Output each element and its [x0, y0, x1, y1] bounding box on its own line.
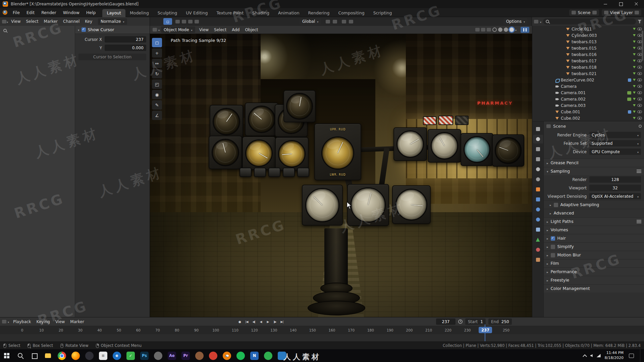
pin-icon[interactable] — [639, 125, 642, 128]
viewport-3d[interactable]: Object Mode ViewSelectAddObject PHARMACY — [150, 26, 532, 317]
viewport-tool-button[interactable]: + — [152, 48, 162, 58]
taskbar-app-button[interactable] — [151, 349, 165, 362]
timeline-menu-item[interactable]: View — [53, 318, 67, 325]
visibility-eye-icon[interactable] — [637, 72, 642, 75]
taskbar-app-button[interactable] — [0, 349, 14, 362]
playback-control-button[interactable]: ▶ — [265, 319, 271, 325]
preset-menu-icon[interactable] — [637, 220, 641, 223]
maximize-button[interactable] — [613, 0, 629, 8]
properties-tab[interactable] — [533, 145, 543, 154]
outliner-row[interactable]: twobars.013 — [532, 39, 644, 45]
viewport-menu-item[interactable]: Select — [211, 26, 229, 33]
properties-tab[interactable] — [533, 255, 543, 264]
visibility-eye-icon[interactable] — [637, 47, 642, 50]
workspace-tab[interactable]: Modeling — [125, 9, 153, 17]
visibility-eye-icon[interactable] — [637, 27, 642, 31]
visibility-eye-icon[interactable] — [637, 117, 642, 120]
editor-type-icon[interactable] — [2, 20, 6, 23]
tray-expand-icon[interactable] — [583, 354, 587, 359]
gizmo-toggle-icon[interactable] — [475, 28, 480, 32]
outliner-row[interactable]: Cylinder.003 — [532, 32, 644, 39]
playback-control-button[interactable]: ▶| — [279, 319, 285, 325]
viewport-menu-item[interactable]: View — [197, 26, 211, 33]
taskbar-app-button[interactable] — [83, 349, 96, 362]
properties-tab[interactable] — [533, 195, 543, 204]
workspace-tab[interactable]: Shading — [248, 9, 274, 17]
panel-advanced[interactable]: Advanced — [544, 209, 644, 217]
outliner-row[interactable]: twobars.015 — [532, 45, 644, 51]
workspace-tab[interactable]: Scripting — [369, 9, 396, 17]
channel-search[interactable] — [3, 29, 7, 32]
graph-menu-item[interactable]: Marker — [41, 18, 60, 25]
adaptive-sampling-checkbox[interactable] — [554, 203, 558, 207]
graph-menu-item[interactable]: Key — [82, 18, 95, 25]
workspace-tab[interactable]: UV Editing — [181, 9, 212, 17]
viewport-editor-icon[interactable] — [153, 28, 157, 32]
clock-icon[interactable] — [458, 319, 463, 324]
panel-expand-icon[interactable] — [78, 27, 79, 32]
visibility-eye-icon[interactable] — [637, 66, 642, 69]
panel-sampling[interactable]: Sampling — [544, 167, 644, 175]
properties-tab[interactable] — [533, 165, 543, 174]
workspace-tab[interactable]: Animation — [274, 9, 304, 17]
properties-tab[interactable] — [533, 185, 543, 194]
hair-checkbox[interactable] — [551, 236, 555, 241]
taskbar-app-button[interactable] — [41, 349, 55, 362]
cursor-to-selection-button[interactable]: Cursor to Selection — [78, 54, 146, 60]
view-layer-selector[interactable]: View Layer — [602, 9, 642, 16]
outliner-row[interactable]: Cube.002 — [532, 115, 644, 121]
outliner-search-input[interactable] — [543, 18, 636, 24]
render-pause-button[interactable] — [521, 27, 529, 33]
properties-tab[interactable] — [533, 175, 543, 184]
visibility-eye-icon[interactable] — [637, 104, 642, 107]
render-engine-dropdown[interactable]: Cycles — [589, 132, 641, 138]
taskbar-app-button[interactable] — [193, 349, 206, 362]
taskbar-app-button[interactable] — [69, 349, 83, 362]
playback-control-button[interactable]: ● — [237, 319, 243, 325]
viewport-tool-button[interactable]: ✎ — [152, 100, 162, 110]
panel-adaptive-sampling[interactable]: Adaptive Sampling — [544, 200, 644, 209]
viewport-tool-button[interactable]: ↔ — [152, 59, 162, 68]
proportional-editing-icon[interactable] — [342, 20, 346, 23]
viewport-editor-caret-icon[interactable] — [158, 27, 160, 32]
panel-color-management[interactable]: Color Management — [544, 284, 644, 293]
tool-option-icon-3[interactable] — [188, 20, 193, 23]
network-icon[interactable] — [597, 354, 601, 357]
current-frame-field[interactable]: 237 — [436, 318, 455, 325]
taskbar-app-button[interactable]: ≡ — [96, 349, 110, 362]
active-tool-icon[interactable]: ◻ — [163, 18, 172, 25]
panel-performance[interactable]: Performance — [544, 267, 644, 276]
outliner-row[interactable]: twobars.018 — [532, 64, 644, 70]
taskbar-app-button[interactable] — [261, 349, 275, 362]
outliner-row[interactable]: Camera.001 — [532, 89, 644, 96]
close-button[interactable] — [629, 0, 644, 8]
menu-item[interactable]: File — [9, 9, 23, 16]
tool-option-icon-1[interactable] — [175, 20, 180, 23]
preset-menu-icon[interactable] — [637, 170, 641, 173]
menu-item[interactable]: Help — [83, 9, 99, 16]
show-cursor-panel-header[interactable]: Show Cursor — [75, 26, 150, 34]
outliner-row[interactable]: BezierCurve.002 — [532, 77, 644, 83]
device-dropdown[interactable]: GPU Compute — [589, 148, 641, 155]
workspace-tab[interactable]: Texture Paint — [212, 9, 248, 17]
viewport-tool-button[interactable]: ∠ — [152, 111, 162, 120]
timeline-editor-caret-icon[interactable] — [8, 319, 9, 324]
new-scene-icon[interactable] — [592, 11, 597, 14]
panel-freestyle[interactable]: Freestyle — [544, 276, 644, 284]
taskbar-app-button[interactable]: Ps — [138, 349, 151, 362]
panel-motion-blur[interactable]: Motion Blur — [544, 251, 644, 259]
outliner-row[interactable]: Cube.001 — [532, 109, 644, 115]
visibility-eye-icon[interactable] — [637, 91, 642, 94]
outliner-row[interactable]: Camera — [532, 83, 644, 89]
motion-blur-checkbox[interactable] — [551, 253, 555, 257]
scene-selector[interactable]: Scene — [569, 9, 599, 16]
viewport-tool-button[interactable]: ◉ — [152, 90, 162, 99]
denoising-dropdown[interactable]: OptiX AI-Accelerated — [589, 193, 641, 199]
panel-volumes[interactable]: Volumes — [544, 226, 644, 234]
visibility-eye-icon[interactable] — [637, 110, 642, 113]
graph-menu-item[interactable]: Select — [23, 18, 41, 25]
panel-film[interactable]: Film — [544, 259, 644, 267]
viewport-tool-button[interactable]: ◰ — [152, 79, 162, 89]
properties-tab[interactable] — [533, 135, 543, 143]
workspace-tab[interactable]: Sculpting — [153, 9, 181, 17]
